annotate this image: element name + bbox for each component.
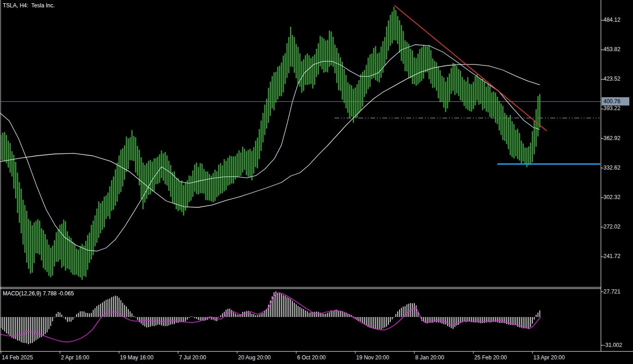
time-tick-label: 2 Apr 16:00 xyxy=(61,354,89,361)
price-tick-label: 453.82 xyxy=(603,46,621,53)
price-tick-label: 302.32 xyxy=(603,194,621,200)
time-tick-label: 6 Oct 20:00 xyxy=(297,354,326,361)
time-tick-label: 19 Nov 20:00 xyxy=(356,354,389,361)
price-tick-label: 241.72 xyxy=(603,253,621,259)
time-tick-label: 20 Aug 20:00 xyxy=(238,354,271,361)
price-tick-label: 393.22 xyxy=(603,105,621,112)
candles-group xyxy=(0,7,540,280)
price-tick-label: 332.62 xyxy=(603,164,621,171)
time-tick-label: 14 Feb 2025 xyxy=(2,354,33,361)
macd-tick-label: 27.721 xyxy=(603,288,621,295)
chart-canvas[interactable] xyxy=(0,0,633,364)
macd-histogram-group xyxy=(0,291,540,344)
price-tick-label: 272.02 xyxy=(603,223,621,230)
macd-tick-label: -31.002 xyxy=(603,342,622,348)
descending-trendline[interactable] xyxy=(394,6,547,131)
time-tick-label: 25 Feb 20:00 xyxy=(474,354,507,361)
time-tick-label: 7 Jul 20:00 xyxy=(179,354,206,361)
price-tick-label: 484.12 xyxy=(603,17,621,23)
price-tick-label: 423.52 xyxy=(603,76,621,82)
time-tick-label: 8 Jan 20:00 xyxy=(415,354,444,361)
price-tick-label: 362.92 xyxy=(603,135,621,141)
trading-terminal-chart-window: { "header": { "title": "TSLA, H4: Tesla … xyxy=(0,0,633,364)
macd-indicator-label: MACD(12,26,9) 7.788 -0.065 xyxy=(3,290,74,297)
macd-signal-line xyxy=(0,293,541,342)
time-tick-label: 13 Apr 20:00 xyxy=(533,354,565,361)
current-price-badge: 400.76 xyxy=(602,97,629,106)
chart-symbol-title: TSLA, H4: Tesla Inc. xyxy=(3,2,55,9)
time-tick-label: 19 May 16:00 xyxy=(120,354,154,361)
